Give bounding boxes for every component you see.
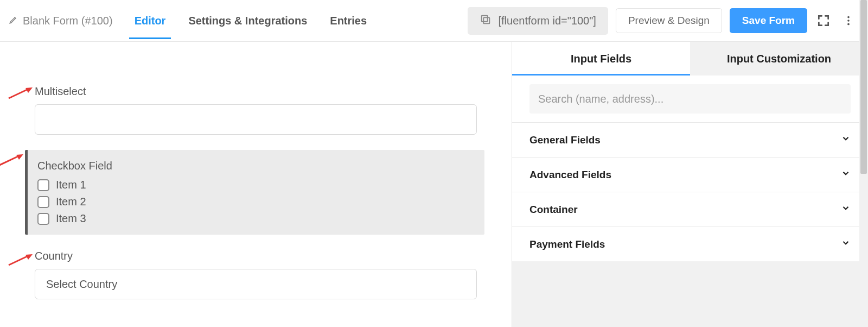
form-canvas: Multiselect Checkbox Field Item 1 Item 2 bbox=[0, 42, 512, 327]
svg-rect-0 bbox=[484, 17, 490, 23]
checkbox-item-label: Item 3 bbox=[56, 212, 86, 225]
shortcode-display[interactable]: [fluentform id="100"] bbox=[468, 7, 608, 35]
page-scrollbar[interactable] bbox=[859, 0, 868, 327]
chevron-down-icon bbox=[841, 168, 851, 181]
sidebar-tabs: Input Fields Input Customization bbox=[512, 42, 868, 76]
chevron-down-icon bbox=[841, 203, 851, 216]
accordion-general-fields[interactable]: General Fields bbox=[512, 122, 868, 157]
checkbox-icon[interactable] bbox=[37, 213, 49, 225]
field-multiselect[interactable]: Multiselect bbox=[35, 85, 477, 135]
sidebar-tab-fields[interactable]: Input Fields bbox=[512, 42, 690, 76]
tab-settings[interactable]: Settings & Integrations bbox=[188, 0, 307, 41]
checkbox-item[interactable]: Item 1 bbox=[37, 179, 477, 191]
scrollbar-thumb[interactable] bbox=[860, 0, 867, 174]
tab-editor[interactable]: Editor bbox=[135, 0, 166, 41]
sidebar: Input Fields Input Customization General… bbox=[512, 42, 868, 327]
accordion-label: General Fields bbox=[529, 134, 601, 146]
checkbox-item-label: Item 2 bbox=[56, 196, 86, 208]
save-button[interactable]: Save Form bbox=[730, 8, 807, 33]
checkbox-list: Item 1 Item 2 Item 3 bbox=[37, 179, 477, 225]
accordion-label: Advanced Fields bbox=[529, 169, 611, 181]
accordion-payment-fields[interactable]: Payment Fields bbox=[512, 227, 868, 261]
fullscreen-icon[interactable] bbox=[815, 12, 832, 29]
field-accordion: General Fields Advanced Fields Container… bbox=[512, 122, 868, 261]
preview-button[interactable]: Preview & Design bbox=[616, 8, 722, 33]
chevron-down-icon bbox=[841, 238, 851, 250]
pencil-icon bbox=[9, 15, 18, 27]
field-checkbox[interactable]: Checkbox Field Item 1 Item 2 Item 3 bbox=[25, 150, 484, 235]
accordion-label: Container bbox=[529, 204, 578, 216]
field-label: Country bbox=[35, 250, 477, 262]
multiselect-input[interactable] bbox=[35, 104, 477, 135]
form-title[interactable]: Blank Form (#100) bbox=[9, 15, 113, 27]
sidebar-tab-customization[interactable]: Input Customization bbox=[690, 42, 868, 76]
shortcode-text: [fluentform id="100"] bbox=[498, 15, 596, 27]
sidebar-search-wrap bbox=[512, 76, 868, 122]
svg-point-4 bbox=[847, 23, 850, 26]
checkbox-item-label: Item 1 bbox=[56, 179, 86, 191]
more-icon[interactable] bbox=[840, 12, 857, 29]
copy-icon bbox=[480, 14, 492, 28]
svg-rect-1 bbox=[482, 15, 488, 21]
country-select[interactable]: Select Country bbox=[35, 269, 477, 299]
svg-point-3 bbox=[847, 20, 850, 22]
checkbox-icon[interactable] bbox=[37, 196, 49, 208]
field-label: Multiselect bbox=[35, 85, 477, 98]
app-header: Blank Form (#100) Editor Settings & Inte… bbox=[0, 0, 868, 42]
header-tabs: Editor Settings & Integrations Entries bbox=[135, 0, 367, 41]
checkbox-item[interactable]: Item 2 bbox=[37, 196, 477, 208]
header-actions: [fluentform id="100"] Preview & Design S… bbox=[468, 7, 857, 35]
form-title-text: Blank Form (#100) bbox=[23, 15, 113, 27]
accordion-label: Payment Fields bbox=[529, 238, 605, 250]
field-country[interactable]: Country Select Country bbox=[35, 250, 477, 299]
field-label: Checkbox Field bbox=[37, 160, 477, 172]
main-area: Multiselect Checkbox Field Item 1 Item 2 bbox=[0, 42, 868, 327]
chevron-down-icon bbox=[841, 134, 851, 146]
accordion-advanced-fields[interactable]: Advanced Fields bbox=[512, 157, 868, 192]
search-input[interactable] bbox=[529, 84, 851, 114]
checkbox-icon[interactable] bbox=[37, 179, 49, 191]
accordion-container[interactable]: Container bbox=[512, 192, 868, 227]
svg-point-2 bbox=[847, 16, 850, 18]
tab-entries[interactable]: Entries bbox=[330, 0, 367, 41]
checkbox-item[interactable]: Item 3 bbox=[37, 212, 477, 225]
